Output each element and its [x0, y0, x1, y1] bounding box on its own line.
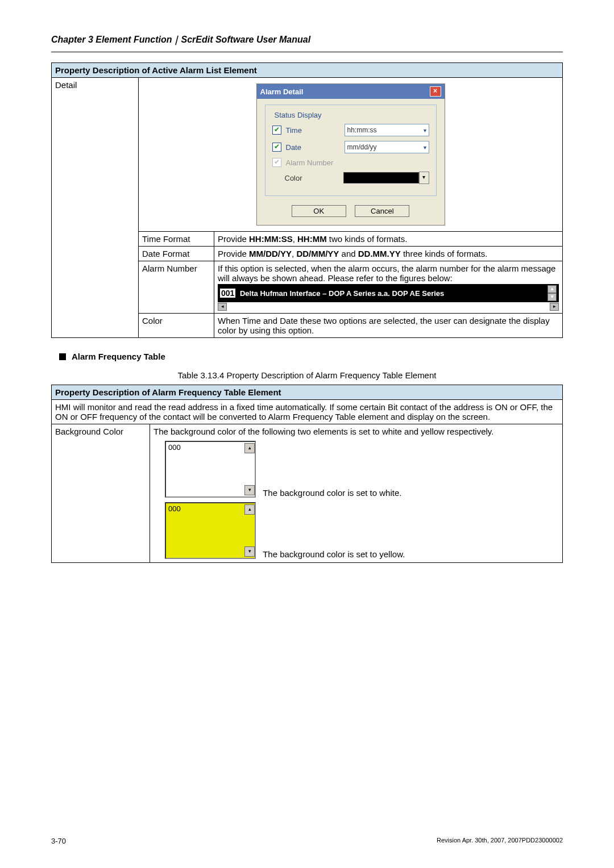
table2-caption: Table 3.13.4 Property Description of Ala… — [51, 370, 563, 380]
alarm-number-row-label: Alarm Number — [139, 261, 214, 314]
alarm-number-label: Alarm Number — [286, 158, 334, 167]
time-checkbox[interactable]: ✔ — [272, 126, 281, 135]
active-alarm-table: Property Description of Active Alarm Lis… — [51, 62, 563, 338]
ok-button[interactable]: OK — [292, 205, 346, 217]
section-title: Alarm Frequency Table — [72, 352, 165, 361]
scroll-right-icon[interactable]: ▸ — [550, 303, 559, 311]
alarm-number-checkbox: ✔ — [272, 158, 281, 167]
white-caption: The background color is set to white. — [263, 488, 401, 498]
yellow-caption: The background color is set to yellow. — [263, 549, 405, 559]
page-number: 3-70 — [51, 837, 66, 845]
time-label: Time — [286, 126, 340, 135]
separator — [51, 52, 563, 52]
date-format-label: Date Format — [139, 247, 214, 261]
alarm-frequency-table: Property Description of Alarm Frequency … — [51, 385, 563, 563]
section-bullet: Alarm Frequency Table — [59, 352, 563, 361]
color-row-label: Color — [139, 314, 214, 338]
listbox-yellow: 000 ▴ ▾ — [165, 502, 256, 559]
date-label: Date — [286, 143, 340, 152]
scroll-down-icon[interactable]: ▾ — [244, 546, 255, 557]
table2-intro: HMI will monitor and read the read addre… — [52, 400, 563, 424]
chapter-header: Chapter 3 Element Function｜ScrEdit Softw… — [51, 34, 563, 46]
bgcolor-label: Background Color — [52, 424, 150, 563]
bullet-icon — [59, 353, 66, 360]
color-dropdown[interactable]: ▾ — [419, 172, 429, 184]
dialog-title: Alarm Detail — [260, 87, 304, 96]
scroll-left-icon[interactable]: ◂ — [218, 303, 227, 311]
table1-header: Property Description of Active Alarm Lis… — [52, 63, 563, 78]
detail-label: Detail — [52, 78, 139, 338]
date-select-value: mm/dd/yy — [347, 143, 377, 151]
listbox-white-value: 000 — [168, 443, 181, 452]
alarm-bar-number: 001 — [220, 289, 235, 298]
scroll-up-icon[interactable]: ▴ — [547, 285, 557, 293]
alarm-detail-dialog: Alarm Detail × Status Display ✔ Time hh:… — [256, 84, 445, 226]
color-label: Color — [285, 174, 339, 182]
listbox-yellow-value: 000 — [168, 504, 181, 513]
cancel-button[interactable]: Cancel — [355, 205, 409, 217]
scroll-up-icon[interactable]: ▴ — [244, 443, 255, 453]
time-select[interactable]: hh:mm:ss ▾ — [345, 124, 429, 136]
alarm-number-desc: If this option is selected, when the ala… — [214, 261, 563, 314]
scroll-down-icon[interactable]: ▾ — [244, 485, 255, 495]
listbox-white: 000 ▴ ▾ — [165, 441, 256, 498]
color-row-desc: When Time and Date these two options are… — [214, 314, 563, 338]
date-format-desc: Provide MM/DD/YY, DD/MM/YY and DD.MM.YY … — [214, 247, 563, 261]
alarm-preview-bar: 001 Delta Hufman Interface – DOP A Serie… — [218, 284, 559, 302]
chevron-down-icon: ▾ — [424, 144, 426, 151]
color-swatch — [343, 172, 419, 183]
time-format-desc: Provide HH:MM:SS, HH:MM two kinds of for… — [214, 232, 563, 247]
date-select[interactable]: mm/dd/yy ▾ — [345, 141, 429, 153]
scroll-up-icon[interactable]: ▴ — [244, 504, 255, 515]
bgcolor-desc: The background color of the following tw… — [150, 424, 563, 563]
scroll-down-icon[interactable]: ▾ — [547, 293, 557, 301]
bgcolor-intro-text: The background color of the following tw… — [154, 427, 559, 436]
chevron-down-icon: ▾ — [424, 127, 426, 133]
revision-text: Revision Apr. 30th, 2007, 2007PDD2300000… — [437, 837, 563, 845]
table2-header: Property Description of Alarm Frequency … — [52, 385, 563, 400]
alarm-bar-text: Delta Hufman Interface – DOP A Series a.… — [240, 289, 444, 298]
time-select-value: hh:mm:ss — [347, 126, 377, 134]
status-display-legend: Status Display — [272, 111, 324, 119]
date-checkbox[interactable]: ✔ — [272, 143, 281, 152]
time-format-label: Time Format — [139, 232, 214, 247]
close-icon[interactable]: × — [430, 86, 441, 97]
